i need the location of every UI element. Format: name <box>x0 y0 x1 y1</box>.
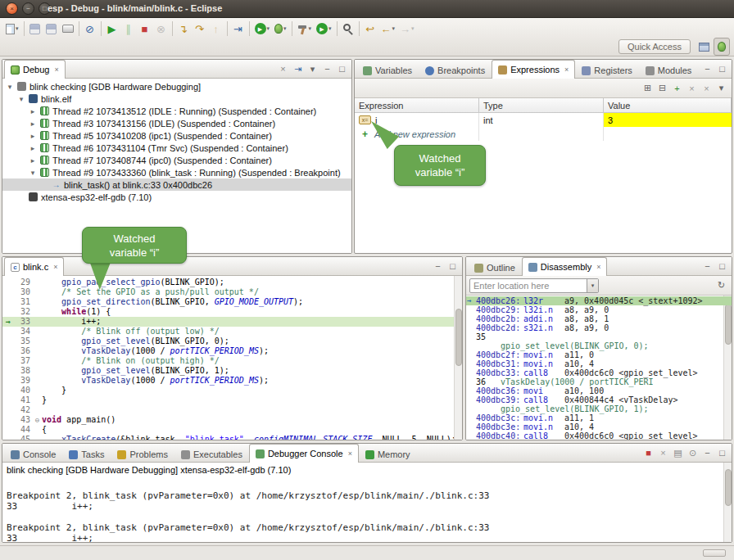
terminate-button[interactable]: ■ <box>137 20 153 38</box>
debug-tree-item[interactable]: xtensa-esp32-elf-gdb (7.10) <box>2 191 351 203</box>
collapse-arrow-icon[interactable]: ▾ <box>29 169 37 177</box>
step-return-button[interactable]: ↑ <box>208 20 224 38</box>
console-scrollbar[interactable] <box>723 463 732 542</box>
expression-row[interactable]: i int 3 <box>355 113 732 127</box>
resume-button[interactable]: ▶ <box>104 20 120 38</box>
disassembly-row[interactable]: 400dbc31:movi.na10, 4 <box>466 359 732 368</box>
remove-expression-icon[interactable]: × <box>685 81 699 95</box>
editor-line[interactable]: 40 } <box>2 386 462 395</box>
column-header-type[interactable]: Type <box>479 98 604 112</box>
quick-access-button[interactable]: Quick Access <box>618 39 691 54</box>
editor-code-line[interactable]: vTaskDelay(1000 / portTICK_PERIOD_MS); <box>42 376 462 386</box>
disassembly-row[interactable]: 400dbc3c:movi.na11, 1 <box>466 413 732 422</box>
disassembly-row[interactable]: →400dbc26:l32ra9, 0x400d045c <_stext+109… <box>466 296 732 305</box>
editor-line[interactable]: 42 <box>2 405 462 415</box>
debug-tree-item[interactable]: ▸Thread #7 1073408744 (ipc0) (Suspended … <box>2 154 351 166</box>
tab-debugger-console[interactable]: Debugger Console× <box>249 444 359 463</box>
editor-line[interactable]: →33 i++; <box>2 317 462 327</box>
skip-all-breakpoints-button[interactable]: ⊘ <box>82 20 98 38</box>
debug-tree-item[interactable]: →blink_task() at blink.c:33 0x400dbc26 <box>2 178 351 191</box>
tab-tasks[interactable]: Tasks <box>62 445 111 463</box>
line-number[interactable]: 33 <box>13 317 33 327</box>
combo-dropdown-icon[interactable]: ▾ <box>587 279 598 292</box>
maximize-icon[interactable]: □ <box>335 62 349 76</box>
disassembly-row[interactable]: 35 <box>466 332 732 341</box>
create-expression-icon[interactable]: + <box>670 81 684 95</box>
editor-line[interactable]: 39 vTaskDelay(1000 / portTICK_PERIOD_MS)… <box>2 376 462 386</box>
editor-line[interactable]: 36 vTaskDelay(1000 / portTICK_PERIOD_MS)… <box>2 346 462 356</box>
forward-button[interactable]: →▾ <box>397 20 417 38</box>
editor-code-line[interactable]: while(1) { <box>42 307 462 317</box>
show-type-names-icon[interactable]: ⊞ <box>641 81 655 95</box>
disassembly-row[interactable]: 400dbc39:call80x400844c4 <vTaskDelay> <box>466 395 732 404</box>
debug-button[interactable]: ▾ <box>272 20 289 38</box>
tab-close-icon[interactable]: × <box>564 65 569 74</box>
remove-all-expressions-icon[interactable]: × <box>700 81 714 95</box>
editor-line[interactable]: 44{ <box>2 425 462 435</box>
disconnect-button[interactable]: ⊗ <box>153 20 170 38</box>
minimize-icon[interactable]: − <box>320 62 334 76</box>
expand-arrow-icon[interactable]: ▸ <box>29 120 37 128</box>
disassembly-row[interactable]: 400dbc29:l32i.na8, a9, 0 <box>466 305 732 314</box>
editor-code-line[interactable] <box>42 405 462 415</box>
tab-outline[interactable]: Outline <box>468 259 522 276</box>
editor-code-line[interactable]: { <box>42 425 462 435</box>
disassembly-row[interactable]: gpio_set_level(BLINK_GPIO, 0); <box>466 341 732 350</box>
disassembly-row[interactable]: 400dbc2d:s32i.na8, a9, 0 <box>466 323 732 332</box>
line-number[interactable]: 37 <box>13 356 33 366</box>
editor-code-line[interactable]: } <box>42 386 462 395</box>
maximize-icon[interactable]: □ <box>715 446 729 460</box>
disassembly-row[interactable]: 400dbc3e:movi.na10, 4 <box>466 422 732 431</box>
editor-code-line[interactable]: /* Blink on (output high) */ <box>42 356 462 366</box>
scrollbar-thumb[interactable] <box>725 469 732 506</box>
disassembly-row[interactable]: 400dbc2b:addi.na8, a8, 1 <box>466 314 732 323</box>
line-number[interactable]: 36 <box>13 346 33 356</box>
refresh-icon[interactable]: ↻ <box>714 278 728 292</box>
resize-grip[interactable] <box>703 549 726 557</box>
expand-arrow-icon[interactable]: ▸ <box>29 132 37 140</box>
save-button[interactable] <box>27 20 43 38</box>
maximize-icon[interactable]: □ <box>446 260 460 273</box>
editor-scrollbar[interactable] <box>454 276 462 440</box>
tab-memory[interactable]: Memory <box>359 445 417 463</box>
editor-line[interactable]: 37 /* Blink on (output high) */ <box>2 356 462 366</box>
editor-code-line[interactable]: /* Set the GPIO as a push/pull output */ <box>42 287 462 297</box>
editor-line[interactable]: 35 gpio_set_level(BLINK_GPIO, 0); <box>2 336 462 346</box>
expression-value-cell[interactable]: 3 <box>604 113 732 127</box>
editor-code-line[interactable]: } <box>42 395 462 405</box>
search-button[interactable] <box>340 20 356 38</box>
disassembly-row[interactable]: 400dbc2f:movi.na11, 0 <box>466 350 732 359</box>
editor-code-line[interactable]: gpio_set_level(BLINK_GPIO, 0); <box>42 336 462 346</box>
tab-close-icon[interactable]: × <box>596 263 600 271</box>
line-number[interactable]: 38 <box>13 366 33 376</box>
collapse-arrow-icon[interactable]: ▾ <box>6 83 14 91</box>
editor-line[interactable]: 29 gpio_pad_select_gpio(BLINK_GPIO); <box>2 278 462 287</box>
column-header-expression[interactable]: Expression <box>355 98 479 112</box>
tab-close-icon[interactable]: × <box>54 65 58 74</box>
editor-line[interactable]: 41} <box>2 395 462 405</box>
line-number[interactable]: 32 <box>13 307 33 317</box>
expand-arrow-icon[interactable]: ▸ <box>29 156 37 165</box>
build-button[interactable]: ▾ <box>295 20 315 38</box>
scrollbar-thumb[interactable] <box>455 309 462 366</box>
suspend-button[interactable]: ∥ <box>120 20 137 38</box>
location-combo[interactable]: Enter location here ▾ <box>469 278 599 293</box>
debug-tree-item[interactable]: ▾blink checking [GDB Hardware Debugging] <box>2 80 351 93</box>
editor-line[interactable]: 32 while(1) { <box>2 307 462 317</box>
editor-line[interactable]: 34 /* Blink off (output low) */ <box>2 327 462 336</box>
tab-close-icon[interactable]: × <box>348 449 352 458</box>
tab-expressions[interactable]: Expressions× <box>492 60 575 79</box>
editor-code-line[interactable]: xTaskCreate(&blink_task, "blink_task", c… <box>42 435 462 440</box>
editor-line[interactable]: 43⊖void app_main() <box>2 415 462 425</box>
editor-tab-blink-c[interactable]: cblink.c× <box>4 257 64 276</box>
view-menu-icon[interactable]: ▾ <box>714 81 728 95</box>
tab-breakpoints[interactable]: Breakpoints <box>419 61 492 79</box>
column-header-value[interactable]: Value <box>604 98 732 112</box>
print-button[interactable] <box>60 20 76 38</box>
clear-console-icon[interactable]: ▤ <box>671 446 685 460</box>
collapse-all-icon[interactable]: ⊟ <box>655 81 669 95</box>
line-number[interactable]: 45 <box>13 435 33 440</box>
tab-variables[interactable]: Variables <box>356 61 419 79</box>
line-number[interactable]: 40 <box>13 386 33 395</box>
expression-type-cell[interactable]: int <box>479 113 604 127</box>
